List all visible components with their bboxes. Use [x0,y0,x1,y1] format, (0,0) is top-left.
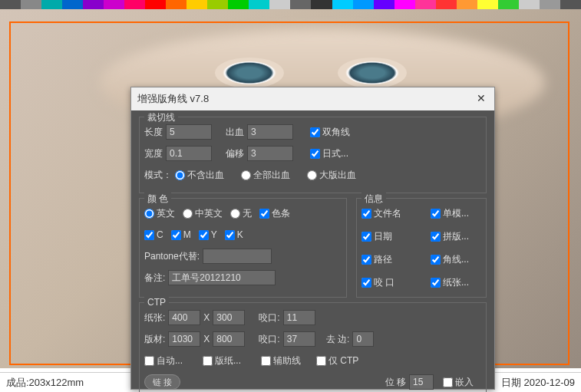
double-corner-checkbox[interactable]: 双角线 [310,126,350,139]
length-input[interactable] [166,124,212,140]
corner-checkbox[interactable]: 角线... [431,253,469,266]
group-ctp: CTP 纸张: X 咬口: 版材: X 咬口: 去 边: [139,302,487,392]
close-icon[interactable]: ✕ [474,92,488,106]
margin-label: 去 边: [326,333,350,346]
mode-label: 模式： [144,169,172,182]
titlebar[interactable]: 增强版角线 v7.8 ✕ [131,87,494,110]
shift-input[interactable] [409,374,434,390]
single-checkbox[interactable]: 单模... [431,207,469,220]
width-input[interactable] [166,146,212,161]
plate-h-input[interactable] [213,331,245,347]
bleed-label: 出血 [226,126,244,139]
group-cropmarks: 裁切线 长度 出血 双角线 宽度 偏移 日式... 模式： [139,117,487,193]
colorbar-checkbox[interactable]: 色条 [259,207,290,220]
x-separator: X [203,312,210,323]
mode-all-bleed-radio[interactable]: 全部出血 [241,169,290,182]
offset-label: 偏移 [226,147,244,160]
path-checkbox[interactable]: 路径 [361,253,423,266]
ctp-paper-label: 纸张: [144,311,165,324]
bite2-input[interactable] [283,331,315,347]
group-ctp-label: CTP [144,297,169,308]
pantone-input[interactable] [203,249,272,264]
y-checkbox[interactable]: Y [199,229,217,240]
bite1-label: 咬口: [259,311,279,324]
length-label: 长度 [144,126,163,139]
auto-checkbox[interactable]: 自动... [144,354,183,367]
ctp-plate-label: 版材: [144,333,165,346]
margin-input[interactable] [352,331,374,347]
plate-w-input[interactable] [168,331,200,347]
status-date-label: 日期 [501,376,521,390]
group-info: 信息 文件名 单模... 日期 拼版... 路径 角线... [356,198,487,298]
aux-checkbox[interactable]: 辅助线 [261,354,301,367]
status-date: 2020-12-09 [524,377,576,388]
dialog-title: 增强版角线 v7.8 [137,92,209,106]
lang-en-radio[interactable]: 英文 [144,207,175,220]
only-ctp-checkbox[interactable]: 仅 CTP [316,354,358,367]
note-label: 备注: [144,272,165,285]
date-checkbox[interactable]: 日期 [361,230,423,243]
paper-w-input[interactable] [168,310,200,325]
mode-large-bleed-radio[interactable]: 大版出血 [307,169,356,182]
width-label: 宽度 [144,147,163,160]
group-cropmarks-label: 裁切线 [144,111,178,124]
lang-none-radio[interactable]: 无 [230,207,252,220]
bite2-label: 咬口: [259,333,279,346]
group-color-label: 颜 色 [144,193,171,206]
shift-label: 位 移 [385,376,406,389]
bleed-input[interactable] [247,124,293,140]
japanese-checkbox[interactable]: 日式... [310,147,348,160]
k-checkbox[interactable]: K [225,229,243,240]
lang-cnen-radio[interactable]: 中英文 [183,207,223,220]
crop-marks-dialog: 增强版角线 v7.8 ✕ 裁切线 长度 出血 双角线 宽度 偏移 [130,87,495,390]
paper-h-input[interactable] [213,310,245,325]
platepaper-checkbox[interactable]: 版纸... [203,354,241,367]
group-info-label: 信息 [361,193,386,206]
m-checkbox[interactable]: M [171,229,191,240]
link-button[interactable]: 链 接 [144,374,180,390]
imposition-checkbox[interactable]: 拼版... [431,230,469,243]
color-registration-bar [0,0,581,9]
mode-no-bleed-radio[interactable]: 不含出血 [175,169,224,182]
filename-checkbox[interactable]: 文件名 [361,207,423,220]
pantone-label: Pantone代替: [144,250,200,263]
bite1-input[interactable] [283,310,315,325]
group-color: 颜 色 英文 中英文 无 色条 C M Y K Pantone代替: [139,198,347,298]
c-checkbox[interactable]: C [144,229,163,240]
note-input[interactable] [168,270,276,285]
offset-input[interactable] [247,146,293,161]
embed-checkbox[interactable]: 嵌入 [443,376,474,389]
paper-checkbox[interactable]: 纸张... [431,276,469,289]
status-size: 成品:203x122mm [6,376,84,390]
bite-checkbox[interactable]: 咬 口 [361,276,423,289]
